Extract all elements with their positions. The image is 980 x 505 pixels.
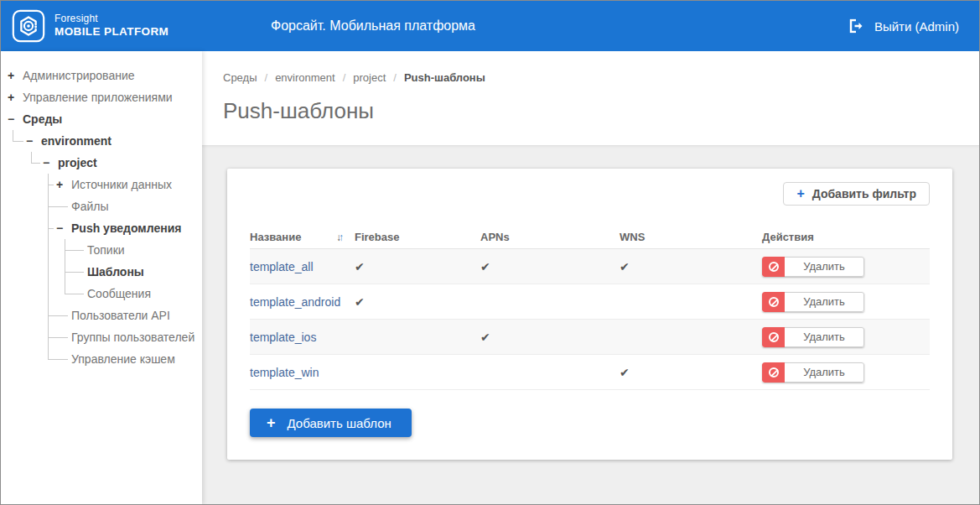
sidebar-item-user-groups[interactable]: Группы пользователей bbox=[1, 326, 202, 348]
sidebar-item-data-sources[interactable]: + Источники данных bbox=[1, 174, 202, 195]
sidebar-item-label: Пользователи API bbox=[71, 309, 170, 322]
top-header-bar: Foresight MOBILE PLATFORM Форсайт. Мобил… bbox=[1, 1, 979, 51]
add-template-button[interactable]: + Добавить шаблон bbox=[250, 409, 412, 437]
sidebar-item-cache-management[interactable]: Управление кэшем bbox=[1, 348, 202, 370]
table-row: template_all ✔ ✔ ✔ Удалить bbox=[250, 249, 930, 284]
sidebar-item-templates-selected[interactable]: Шаблоны bbox=[1, 261, 202, 283]
sidebar-item-label: Источники данных bbox=[71, 178, 172, 191]
sidebar-item-administration[interactable]: + Администрирование bbox=[1, 65, 202, 86]
block-icon bbox=[762, 257, 785, 277]
page-header: Среды / environment / project / Push-шаб… bbox=[202, 51, 979, 146]
logout-icon bbox=[849, 19, 865, 34]
breadcrumb: Среды / environment / project / Push-шаб… bbox=[223, 71, 979, 84]
column-header-actions: Действия bbox=[762, 231, 930, 243]
brand-name: Foresight bbox=[54, 13, 169, 25]
brand-product: MOBILE PLATFORM bbox=[54, 25, 169, 39]
collapse-minus-icon[interactable]: − bbox=[56, 221, 71, 235]
template-link[interactable]: template_win bbox=[250, 366, 319, 379]
sidebar-item-label: Администрирование bbox=[23, 69, 135, 82]
template-link[interactable]: template_android bbox=[250, 295, 340, 309]
expand-plus-icon[interactable]: + bbox=[8, 91, 23, 104]
sidebar-item-label: Среды bbox=[23, 112, 62, 126]
wns-check-icon: ✔ bbox=[620, 260, 762, 273]
sidebar-item-label: environment bbox=[41, 134, 111, 148]
add-filter-button[interactable]: + Добавить фильтр bbox=[783, 182, 930, 206]
sidebar-item-label: Топики bbox=[87, 243, 125, 257]
sidebar-item-label: Управление кэшем bbox=[71, 352, 175, 366]
environment-children: − project + Источники данных Файлы bbox=[1, 152, 202, 370]
project-children: + Источники данных Файлы − Push уведомле… bbox=[1, 174, 202, 370]
templates-table: Название ↓↑ Firebase APNs WNS Действия t… bbox=[250, 226, 930, 390]
foresight-logo-icon bbox=[12, 9, 45, 43]
template-link[interactable]: template_all bbox=[250, 260, 314, 273]
collapse-minus-icon[interactable]: − bbox=[43, 156, 58, 169]
sidebar-item-push-notifications[interactable]: − Push уведомления bbox=[1, 217, 202, 239]
delete-button[interactable]: Удалить bbox=[762, 327, 864, 347]
block-icon bbox=[762, 327, 785, 347]
app-window: Foresight MOBILE PLATFORM Форсайт. Мобил… bbox=[0, 0, 980, 505]
breadcrumb-separator: / bbox=[393, 71, 397, 84]
brand-block: Foresight MOBILE PLATFORM bbox=[1, 9, 169, 43]
sidebar-item-label: Файлы bbox=[71, 200, 108, 213]
logout-label: Выйти (Admin) bbox=[874, 19, 959, 34]
table-row: template_win ✔ Удалить bbox=[250, 355, 930, 390]
plus-icon: + bbox=[796, 186, 804, 201]
sidebar-item-app-management[interactable]: + Управление приложениями bbox=[1, 86, 202, 108]
environment-tree: + Администрирование + Управление приложе… bbox=[1, 65, 202, 370]
push-children: Топики Шаблоны Сообщения bbox=[1, 239, 202, 305]
sidebar-item-label: Шаблоны bbox=[87, 265, 144, 279]
sidebar-item-label: Группы пользователей bbox=[71, 331, 194, 344]
sidebar-item-label: Push уведомления bbox=[71, 221, 181, 235]
templates-card: + Добавить фильтр Название ↓↑ Firebase A… bbox=[227, 169, 952, 460]
delete-button[interactable]: Удалить bbox=[762, 362, 864, 383]
sidebar-item-topics[interactable]: Топики bbox=[1, 239, 202, 261]
sidebar-item-messages[interactable]: Сообщения bbox=[1, 283, 202, 305]
sidebar-item-environment[interactable]: − environment bbox=[1, 130, 202, 152]
firebase-check-icon: ✔ bbox=[355, 260, 480, 273]
environments-children: − environment − project + Источники данн… bbox=[1, 130, 202, 370]
add-filter-label: Добавить фильтр bbox=[812, 187, 916, 200]
table-body: template_all ✔ ✔ ✔ Удалить bbox=[250, 249, 930, 390]
collapse-minus-icon[interactable]: − bbox=[8, 112, 23, 126]
wns-check-icon: ✔ bbox=[620, 366, 762, 379]
breadcrumb-separator: / bbox=[265, 71, 268, 84]
expand-plus-icon[interactable]: + bbox=[56, 178, 71, 191]
column-header-apns: APNs bbox=[480, 231, 620, 243]
template-link[interactable]: template_ios bbox=[250, 331, 316, 344]
column-header-firebase: Firebase bbox=[355, 231, 480, 243]
firebase-check-icon: ✔ bbox=[355, 295, 480, 309]
sidebar-item-environments[interactable]: − Среды bbox=[1, 108, 202, 130]
sidebar-item-label: project bbox=[58, 156, 97, 169]
delete-button[interactable]: Удалить bbox=[762, 292, 864, 312]
brand-text: Foresight MOBILE PLATFORM bbox=[54, 13, 169, 39]
column-header-name: Название ↓↑ bbox=[250, 231, 355, 243]
card-footer: + Добавить шаблон bbox=[250, 409, 930, 437]
block-icon bbox=[762, 292, 785, 312]
sidebar-item-api-users[interactable]: Пользователи API bbox=[1, 305, 202, 326]
sidebar-item-files[interactable]: Файлы bbox=[1, 195, 202, 217]
collapse-minus-icon[interactable]: − bbox=[26, 134, 41, 148]
apns-check-icon: ✔ bbox=[480, 331, 620, 344]
breadcrumb-current: Push-шаблоны bbox=[404, 71, 485, 84]
navigation-sidebar: + Администрирование + Управление приложе… bbox=[1, 51, 202, 504]
sidebar-item-label: Управление приложениями bbox=[23, 91, 173, 104]
delete-button[interactable]: Удалить bbox=[762, 257, 864, 277]
apns-check-icon: ✔ bbox=[480, 260, 620, 273]
card-toolbar: + Добавить фильтр bbox=[250, 182, 930, 206]
breadcrumb-environments[interactable]: Среды bbox=[223, 71, 257, 84]
breadcrumb-environment[interactable]: environment bbox=[275, 71, 335, 84]
sidebar-item-project[interactable]: − project bbox=[1, 152, 202, 174]
expand-plus-icon[interactable]: + bbox=[8, 69, 23, 82]
sidebar-item-label: Сообщения bbox=[87, 287, 151, 300]
logout-button[interactable]: Выйти (Admin) bbox=[849, 19, 959, 34]
table-row: template_android ✔ Удалить bbox=[250, 284, 930, 320]
table-row: template_ios ✔ Удалить bbox=[250, 320, 930, 355]
breadcrumb-project[interactable]: project bbox=[353, 71, 386, 84]
column-header-wns: WNS bbox=[620, 231, 762, 243]
app-title: Форсайт. Мобильная платформа bbox=[271, 18, 475, 34]
plus-icon: + bbox=[267, 414, 276, 432]
breadcrumb-separator: / bbox=[343, 71, 346, 84]
main-area: Среды / environment / project / Push-шаб… bbox=[202, 51, 979, 504]
sort-icon[interactable]: ↓↑ bbox=[336, 232, 341, 243]
add-template-label: Добавить шаблон bbox=[288, 416, 391, 430]
